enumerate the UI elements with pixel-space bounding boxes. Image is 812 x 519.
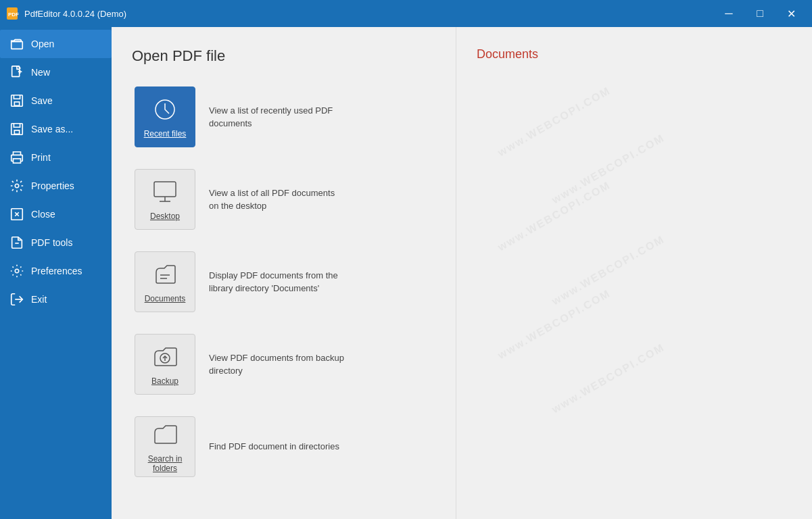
properties-icon [9,178,24,193]
sidebar-item-new-label: New [31,67,50,78]
svg-text:PDF: PDF [8,11,19,18]
recent-files-label: Recent files [144,129,187,139]
page-title: Open PDF file [132,47,435,65]
left-panel: Open PDF file Recent files View a list o… [112,27,456,519]
content-area: Open PDF file Recent files View a list o… [112,27,812,519]
documents-icon [151,260,179,289]
sidebar-item-new[interactable]: New [0,58,112,86]
titlebar-controls: ─ □ ✕ [713,3,807,24]
search-in-folders-option[interactable]: Search in folders Find PDF document in d… [132,414,435,480]
sidebar-item-pdf-tools[interactable]: PDF tools [0,228,112,257]
documents-icon-box: Documents [135,251,195,312]
svg-rect-2 [11,41,23,49]
backup-label: Backup [151,376,178,386]
sidebar-item-save-label: Save [31,95,53,106]
documents-description: Display PDF documents from the library d… [209,269,344,295]
recent-files-icon [151,95,179,124]
search-in-folders-description: Find PDF document in directories [209,440,339,453]
minimize-button[interactable]: ─ [713,3,744,24]
svg-rect-6 [11,95,23,107]
app-icon: PDF [5,7,19,20]
right-panel: Documents www.WEBCOPI.COM www.WEBCOPI.CO… [456,27,812,519]
titlebar-left: PDF PdfEditor 4.0.0.24 (Demo) [5,7,126,20]
close-button[interactable]: ✕ [775,3,807,24]
backup-icon-box: Backup [135,334,195,395]
svg-rect-9 [14,130,19,134]
watermark-1: www.WEBCOPI.COM [496,84,613,159]
watermark-3: www.WEBCOPI.COM [496,179,613,253]
svg-point-16 [15,269,19,273]
sidebar-item-save-as[interactable]: Save as... [0,115,112,143]
backup-option[interactable]: Backup View PDF documents from backup di… [132,331,435,397]
search-in-folders-label: Search in folders [135,454,195,473]
sidebar-item-exit[interactable]: Exit [0,285,112,314]
sidebar-item-open-label: Open [31,39,54,49]
sidebar-item-print-label: Print [31,152,51,163]
sidebar-item-save-as-label: Save as... [31,124,73,134]
watermark-2: www.WEBCOPI.COM [550,132,667,206]
app-body: Open New Save Save as... [0,27,812,519]
svg-rect-7 [14,102,19,106]
sidebar-item-preferences-label: Preferences [31,266,82,276]
sidebar-item-pdf-tools-label: PDF tools [31,237,72,248]
sidebar: Open New Save Save as... [0,27,112,519]
recent-files-description: View a list of recently used PDF documen… [209,104,344,130]
desktop-icon [151,178,179,206]
print-icon [9,150,24,165]
sidebar-item-properties[interactable]: Properties [0,172,112,200]
svg-rect-10 [14,159,21,163]
desktop-icon-box: Desktop [135,169,195,230]
recent-files-option[interactable]: Recent files View a list of recently use… [132,84,435,150]
save-icon [9,93,24,108]
documents-option[interactable]: Documents Display PDF documents from the… [132,249,435,315]
sidebar-item-open[interactable]: Open [0,30,112,58]
new-icon [9,65,24,80]
svg-point-11 [15,184,19,188]
open-icon [9,36,24,51]
sidebar-item-exit-label: Exit [31,294,47,305]
watermark-6: www.WEBCOPI.COM [550,341,667,416]
watermark-5: www.WEBCOPI.COM [496,287,613,362]
desktop-label: Desktop [150,212,180,221]
documents-label: Documents [145,294,186,303]
sidebar-item-properties-label: Properties [31,180,74,191]
pdf-tools-icon [9,235,24,250]
search-in-folders-icon-box: Search in folders [135,416,195,477]
sidebar-item-print[interactable]: Print [0,143,112,172]
close-icon [9,207,24,222]
desktop-option[interactable]: Desktop View a list of all PDF documents… [132,166,435,232]
sidebar-item-save[interactable]: Save [0,86,112,115]
recent-files-icon-box: Recent files [135,86,195,147]
sidebar-item-close[interactable]: Close [0,200,112,228]
exit-icon [9,292,24,307]
backup-description: View PDF documents from backup directory [209,351,344,378]
backup-icon [151,343,179,371]
preferences-icon [9,264,24,278]
save-as-icon [9,122,24,137]
titlebar-title: PdfEditor 4.0.0.24 (Demo) [24,9,126,19]
titlebar: PDF PdfEditor 4.0.0.24 (Demo) ─ □ ✕ [0,0,812,27]
svg-rect-19 [154,182,176,197]
right-panel-title: Documents [477,47,792,61]
desktop-description: View a list of all PDF documents on the … [209,187,344,213]
watermark-4: www.WEBCOPI.COM [550,233,667,307]
sidebar-item-preferences[interactable]: Preferences [0,257,112,285]
svg-rect-8 [11,124,23,135]
search-in-folders-icon [151,420,179,449]
maximize-button[interactable]: □ [744,3,775,24]
sidebar-item-close-label: Close [31,209,55,220]
